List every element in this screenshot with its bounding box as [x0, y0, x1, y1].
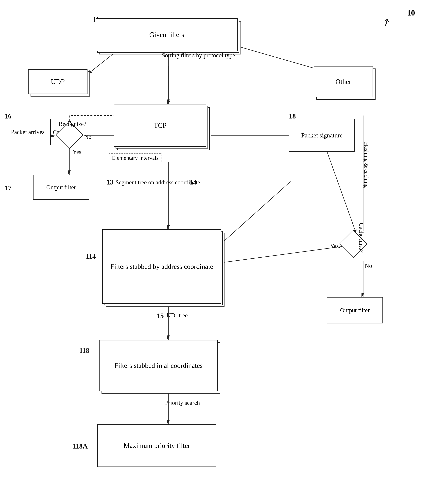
- udp-label: UDP: [28, 69, 88, 94]
- given-filters-stack: Given filters: [96, 18, 241, 55]
- segment-tree-label: Segment tree on address coordinate: [116, 178, 200, 186]
- fig-number: 10: [407, 8, 415, 17]
- filters-stabbed-address-stack: Filters stabbed by address coordinate: [102, 229, 224, 305]
- no-dot-label: No: [365, 262, 372, 269]
- sorting-label: Sorting filters by protocol type: [162, 51, 235, 59]
- ref-13: 13: [106, 178, 113, 186]
- packet-signature-box: Packet signature: [289, 119, 355, 152]
- filters-stabbed-all-label: Filters stabbed in al coordinates: [99, 340, 218, 391]
- other-stack: Other: [314, 66, 376, 99]
- filters-stabbed-address-label: Filters stabbed by address coordinate: [102, 229, 221, 304]
- priority-search-label: Priority search: [165, 399, 200, 406]
- other-label: Other: [314, 66, 373, 97]
- given-filters-label: Given filters: [96, 18, 238, 51]
- ref-118a: 118A: [73, 442, 88, 450]
- arrow-decoration: ↗: [380, 15, 393, 29]
- recognize-label: Recognize?: [59, 120, 86, 127]
- ref-17: 17: [5, 184, 12, 192]
- yes-label-recognize: Yes: [73, 149, 81, 155]
- hashing-caching-label: Hashing & caching: [363, 142, 370, 188]
- yes-dot-label: Yes.: [330, 243, 340, 249]
- filters-stabbed-all-stack: Filters stabbed in al coordinates: [99, 340, 221, 393]
- no-label-recognize: No: [84, 133, 91, 140]
- tcp-label: TCP: [114, 104, 206, 147]
- udp-stack: UDP: [28, 69, 91, 96]
- svg-line-18: [211, 246, 347, 264]
- diagram: 10 ↗ 11 Given filters Sorting filters by…: [0, 0, 448, 484]
- ref-14: 14: [190, 178, 197, 186]
- kd-tree-label: KD- tree: [167, 312, 188, 319]
- max-priority-box: Maximum priority filter: [97, 424, 216, 467]
- ref-114: 114: [86, 253, 96, 260]
- tcp-stack: TCP: [114, 104, 210, 149]
- elementary-intervals-label: Elementary intervals: [109, 153, 161, 162]
- ref-15: 15: [157, 312, 164, 320]
- packet-arrives-box: Packet arrives: [5, 119, 51, 145]
- output-filter-left-box: Output filter: [33, 175, 89, 200]
- ref-118: 118: [79, 347, 89, 355]
- output-filter-right-box: Output filter: [327, 297, 383, 324]
- cache-miss-text: Cache miss?: [358, 223, 365, 253]
- svg-line-17: [324, 142, 357, 234]
